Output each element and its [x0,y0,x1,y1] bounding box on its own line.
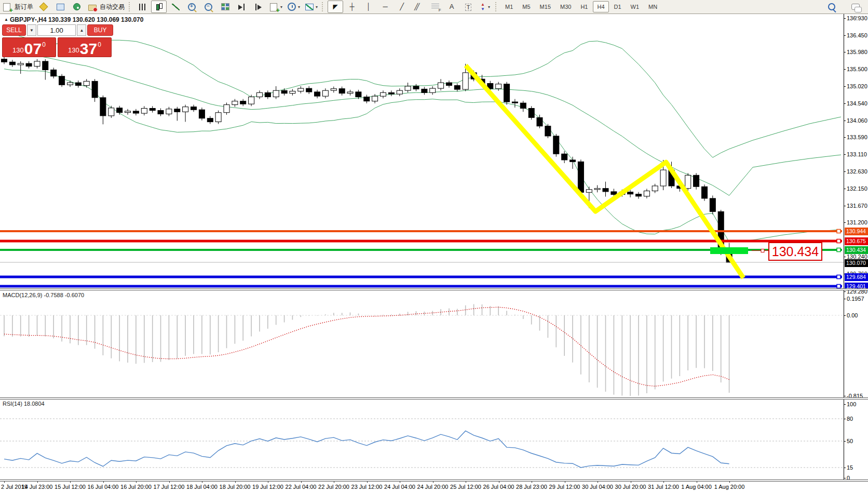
zoom-in-icon: + [188,3,196,11]
timeframe-D1[interactable]: D1 [610,1,626,12]
rsi-timeaxis-splitter [0,479,868,482]
candle [504,84,510,102]
line-chart-icon [172,4,180,10]
arrow-objects-button[interactable]: ▾ [477,1,493,13]
candle [562,154,567,160]
candle [388,92,394,94]
auto-trading-button[interactable]: 自动交易 [86,1,126,13]
fibonacci-button[interactable] [427,1,443,13]
label-button[interactable]: T [460,1,476,13]
market-watch-button[interactable] [36,1,51,13]
buy-price-tile[interactable]: 130 37 0 [58,37,112,57]
h-line-anchor[interactable] [837,230,840,233]
indicators-button[interactable]: ▾ [267,1,284,13]
h-line-anchor[interactable] [837,248,840,252]
candle [644,191,649,196]
axis-dropdown-icon[interactable]: ▼ [855,15,859,20]
periods-button[interactable]: ▾ [285,1,302,13]
trendline-button[interactable]: ╱ [394,1,410,13]
green-highlight-bar[interactable] [710,247,748,254]
auto-scroll-button[interactable] [251,1,266,13]
buy-price-pip: 0 [98,41,101,48]
candle [224,105,229,113]
symbol-ohlc-text: GBPJPY-,H4 130.339 130.620 130.069 130.0… [10,16,144,23]
sell-price-tile[interactable]: 130 07 0 [2,37,56,57]
timeframe-M15[interactable]: M15 [536,1,555,12]
macd-rsi-splitter[interactable] [0,397,868,399]
candle [2,59,7,62]
zoom-in-button[interactable]: + [184,1,200,13]
templates-button[interactable]: ▾ [303,1,319,13]
volume-up-button[interactable]: ▲ [77,24,86,36]
label-icon: T [465,4,472,11]
tile-windows-button[interactable] [218,1,233,13]
candle [306,88,312,92]
candle [454,86,460,90]
vertical-line-button[interactable]: │ [361,1,376,13]
cursor-button[interactable]: ◤ [328,1,343,13]
toolbar-grip [495,2,499,11]
toolbar-right [823,0,864,14]
zoom-out-icon: − [205,3,212,11]
candle [133,111,139,113]
candle [265,92,270,97]
bar-chart-button[interactable] [134,1,150,13]
timeframe-M30[interactable]: M30 [556,1,575,12]
candle [75,83,81,86]
callout-anchor[interactable] [761,249,764,252]
candle [710,198,715,211]
candle [315,92,320,96]
text-icon: A [447,2,456,11]
channel-button[interactable]: ╱╱ [411,1,426,13]
line-chart-button[interactable] [168,1,183,13]
chat-button[interactable] [848,1,863,13]
horizontal-line-button[interactable]: ─ [377,1,393,13]
chart-canvas[interactable] [0,14,868,493]
sell-button[interactable]: SELL [2,24,26,36]
volume-input[interactable]: 1.00 [37,24,76,36]
one-click-trading-panel: SELL ▼ 1.00 ▲ BUY 130 07 0 130 37 0 [2,24,113,57]
scroll-to-end-button[interactable] [234,1,250,13]
candle [537,117,542,126]
timeframe-MN[interactable]: MN [644,1,661,12]
chevron-down-icon: ▾ [298,5,300,9]
h-line-anchor[interactable] [837,285,840,288]
timeframe-H1[interactable]: H1 [576,1,592,12]
candle [553,136,559,154]
macd-signal-line [4,307,729,386]
chart-macd-splitter[interactable] [0,288,868,290]
toolbar-grip [322,2,326,11]
buy-button[interactable]: BUY [87,24,113,36]
h-line-anchor[interactable] [837,275,840,279]
price-axis-line [844,14,844,480]
bollinger-upper [4,32,841,158]
search-button[interactable] [824,1,839,13]
candle [545,126,551,136]
candlestick-chart-button[interactable] [151,1,167,13]
timeframe-H4[interactable]: H4 [593,1,608,12]
signals-button[interactable] [69,1,85,13]
timeframe-M5[interactable]: M5 [518,1,534,12]
timeframe-W1[interactable]: W1 [627,1,644,12]
candle [215,113,221,122]
candle [9,62,15,65]
candle [463,73,468,89]
navigator-button[interactable] [52,1,68,13]
candle [586,190,592,193]
h-line-anchor[interactable] [837,239,840,243]
new-order-button[interactable]: 新订单 [1,1,35,13]
price-callout[interactable]: 130.434 [768,242,822,261]
crosshair-button[interactable]: ┼ [344,1,360,13]
text-button[interactable]: A [444,1,459,13]
crosshair-icon: ┼ [348,2,356,11]
timeframe-M1[interactable]: M1 [501,1,517,12]
candle [158,111,164,114]
chat-icon [851,4,860,10]
rsi-panel [0,419,844,468]
sell-price-big: 07 [24,42,42,56]
zoom-out-button[interactable]: − [201,1,216,13]
chart-toolbar: + − ▾ ▾ ▾ [134,0,320,14]
toolbar-grip [129,2,132,11]
standard-toolbar: 新订单 自动交易 [0,0,127,14]
volume-down-button[interactable]: ▼ [27,24,36,36]
